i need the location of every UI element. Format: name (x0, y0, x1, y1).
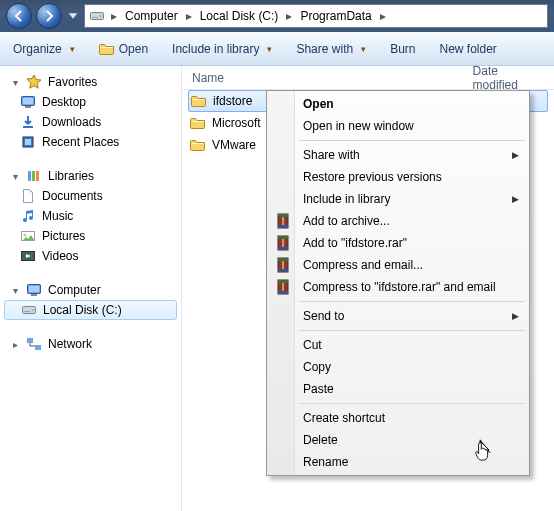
libraries-label: Libraries (48, 169, 94, 183)
tree-libraries[interactable]: ▾Libraries (4, 166, 177, 186)
tree-item-videos[interactable]: Videos (4, 246, 177, 266)
menu-copy[interactable]: Copy (269, 356, 527, 378)
rar-icon (273, 235, 293, 251)
video-icon (20, 248, 36, 264)
open-folder-icon (99, 41, 115, 57)
computer-icon (26, 282, 42, 298)
menu-cut[interactable]: Cut (269, 334, 527, 356)
chevron-right-icon[interactable]: ▸ (182, 9, 196, 23)
tree-item-pictures[interactable]: Pictures (4, 226, 177, 246)
menu-separator (299, 301, 525, 302)
tree-item-desktop[interactable]: Desktop (4, 92, 177, 112)
tree-item-label: Recent Places (42, 135, 119, 149)
tree-item-label: Pictures (42, 229, 85, 243)
folder-icon (191, 93, 207, 109)
tree-item-label: Desktop (42, 95, 86, 109)
back-button[interactable] (6, 3, 32, 29)
document-icon (20, 188, 36, 204)
share-with-menu[interactable]: Share with (291, 39, 371, 59)
menu-send-to[interactable]: Send to (269, 305, 527, 327)
tree-item-label: Downloads (42, 115, 101, 129)
network-label: Network (48, 337, 92, 351)
new-folder-button[interactable]: New folder (435, 39, 502, 59)
menu-add-to-archive[interactable]: Add to archive... (269, 210, 527, 232)
tree-item-documents[interactable]: Documents (4, 186, 177, 206)
menu-compress-email[interactable]: Compress and email... (269, 254, 527, 276)
menu-share-with[interactable]: Share with (269, 144, 527, 166)
picture-icon (20, 228, 36, 244)
burn-button[interactable]: Burn (385, 39, 420, 59)
toolbar: Organize Open Include in library Share w… (0, 32, 554, 66)
menu-rename[interactable]: Rename (269, 451, 527, 473)
menu-label: Add to archive... (303, 214, 390, 228)
menu-label: Add to "ifdstore.rar" (303, 236, 407, 250)
music-icon (20, 208, 36, 224)
tree-item-local-disk-c[interactable]: Local Disk (C:) (4, 300, 177, 320)
tree-item-label: Music (42, 209, 73, 223)
breadcrumb-local-disk[interactable]: Local Disk (C:) (198, 9, 281, 23)
menu-label: Compress and email... (303, 258, 423, 272)
download-icon (20, 114, 36, 130)
tree-item-label: Videos (42, 249, 78, 263)
menu-separator (299, 330, 525, 331)
menu-create-shortcut[interactable]: Create shortcut (269, 407, 527, 429)
chevron-right-icon[interactable]: ▸ (376, 9, 390, 23)
tree-network[interactable]: ▸Network (4, 334, 177, 354)
libraries-icon (26, 168, 42, 184)
expand-icon[interactable]: ▸ (10, 339, 20, 350)
menu-separator (299, 403, 525, 404)
organize-menu[interactable]: Organize (8, 39, 80, 59)
folder-icon (190, 137, 206, 153)
navigation-bar: ▸ Computer ▸ Local Disk (C:) ▸ ProgramDa… (0, 0, 554, 32)
network-icon (26, 336, 42, 352)
location-icon (89, 8, 105, 24)
tree-item-recent-places[interactable]: Recent Places (4, 132, 177, 152)
open-label: Open (119, 42, 148, 56)
star-icon (26, 74, 42, 90)
menu-open-label: Open (303, 97, 334, 111)
tree-favorites[interactable]: ▾Favorites (4, 72, 177, 92)
menu-compress-rar-email[interactable]: Compress to "ifdstore.rar" and email (269, 276, 527, 298)
chevron-right-icon[interactable]: ▸ (107, 9, 121, 23)
chevron-right-icon[interactable]: ▸ (282, 9, 296, 23)
history-dropdown[interactable] (66, 6, 80, 26)
menu-open-new-window[interactable]: Open in new window (269, 115, 527, 137)
tree-item-label: Documents (42, 189, 103, 203)
breadcrumb-programdata[interactable]: ProgramData (298, 9, 373, 23)
rar-icon (273, 213, 293, 229)
menu-include-in-library[interactable]: Include in library (269, 188, 527, 210)
column-name[interactable]: Name (182, 71, 463, 85)
disk-icon (21, 302, 37, 318)
computer-label: Computer (48, 283, 101, 297)
column-headers: Name Date modified (182, 66, 554, 90)
recent-icon (20, 134, 36, 150)
tree-computer[interactable]: ▾Computer (4, 280, 177, 300)
favorites-label: Favorites (48, 75, 97, 89)
include-in-library-menu[interactable]: Include in library (167, 39, 277, 59)
column-date-modified[interactable]: Date modified (463, 64, 554, 92)
list-item-label: Microsoft (212, 116, 261, 130)
menu-paste[interactable]: Paste (269, 378, 527, 400)
context-menu: Open Open in new window Share with Resto… (266, 90, 530, 476)
menu-add-to-rar[interactable]: Add to "ifdstore.rar" (269, 232, 527, 254)
open-button[interactable]: Open (94, 38, 153, 60)
file-list: Name Date modified ifdstore Microsoft VM… (182, 66, 554, 511)
menu-label: Compress to "ifdstore.rar" and email (303, 280, 496, 294)
forward-button[interactable] (36, 3, 62, 29)
folder-icon (190, 115, 206, 131)
rar-icon (273, 279, 293, 295)
menu-delete[interactable]: Delete (269, 429, 527, 451)
address-bar[interactable]: ▸ Computer ▸ Local Disk (C:) ▸ ProgramDa… (84, 4, 548, 28)
collapse-icon[interactable]: ▾ (10, 77, 20, 88)
menu-restore-previous[interactable]: Restore previous versions (269, 166, 527, 188)
tree-item-downloads[interactable]: Downloads (4, 112, 177, 132)
list-item-label: VMware (212, 138, 256, 152)
menu-open[interactable]: Open (269, 93, 527, 115)
list-item-label: ifdstore (213, 94, 252, 108)
tree-item-label: Local Disk (C:) (43, 303, 122, 317)
collapse-icon[interactable]: ▾ (10, 285, 20, 296)
collapse-icon[interactable]: ▾ (10, 171, 20, 182)
tree-item-music[interactable]: Music (4, 206, 177, 226)
breadcrumb-computer[interactable]: Computer (123, 9, 180, 23)
rar-icon (273, 257, 293, 273)
